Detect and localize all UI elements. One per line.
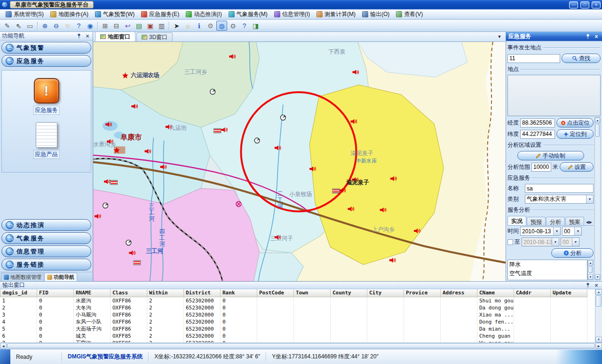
fixed-zoom-out-button[interactable]: ⊟ xyxy=(111,21,122,31)
identify-button[interactable]: ? xyxy=(73,21,84,31)
output-horizontal-scrollbar[interactable]: ◀ ▶ xyxy=(0,342,602,349)
visibility-eye-button[interactable]: ⊙ xyxy=(228,21,238,31)
map-layers-button[interactable]: ▤ xyxy=(134,21,144,31)
click-locate-button[interactable]: 点击定位 xyxy=(556,118,594,127)
tab-analysis[interactable]: 分析 xyxy=(546,217,565,225)
scroll-thumb[interactable] xyxy=(7,343,595,348)
nav-weather-service[interactable]: 气象服务 xyxy=(1,232,91,244)
menu-map-operations[interactable]: 地图操作(A) xyxy=(48,9,91,19)
previous-extent-button[interactable]: ↩ xyxy=(122,21,133,31)
flag-marker[interactable] xyxy=(333,189,340,193)
right-panel-scrollbar[interactable]: ▲ ▼ xyxy=(594,117,601,280)
tab-live[interactable]: 实况 xyxy=(507,216,526,225)
table-row[interactable]: 30小马厩沟OXFF8626523020000Xiao ma ... xyxy=(0,311,587,318)
service-name-input[interactable] xyxy=(525,184,594,193)
scroll-track[interactable] xyxy=(595,137,600,274)
to-checkbox[interactable] xyxy=(507,239,513,245)
weather-station-marker[interactable] xyxy=(280,115,285,120)
service-type-dropdown[interactable]: 气象和洪水灾害 ▼ xyxy=(525,195,594,204)
locate-to-button[interactable]: 定位到 xyxy=(556,129,594,139)
fixed-zoom-in-button[interactable]: ⊞ xyxy=(100,21,111,31)
zoom-out-button[interactable]: ⊖ xyxy=(51,21,62,31)
nav-weather-warning[interactable]: 气象预警 xyxy=(1,42,91,54)
map-svg[interactable]: 六运湖农场三工河乡下西泉九运街阜康市水磨沟乡滋泥泉子中新水库滋泥泉子小泉牧场上户… xyxy=(93,42,506,281)
launcher-emergency-products[interactable]: 应急产品 xyxy=(33,122,60,159)
scroll-up-icon[interactable]: ▲ xyxy=(595,118,600,123)
time-date-dropdown[interactable]: 2010-08-13 ▼ xyxy=(520,227,561,236)
scroll-track[interactable] xyxy=(595,307,602,337)
close-button[interactable]: × xyxy=(592,1,601,8)
column-header[interactable]: Address xyxy=(441,289,477,297)
scroll-left-icon[interactable]: ◀ xyxy=(0,343,7,349)
column-header[interactable]: Class xyxy=(111,289,147,297)
scroll-thumb[interactable] xyxy=(588,266,593,273)
scroll-thumb[interactable] xyxy=(596,295,602,307)
weather-station-marker[interactable] xyxy=(210,89,215,94)
dropdown-arrow-icon[interactable]: ▼ xyxy=(572,238,579,246)
left-panel-close-icon[interactable]: × xyxy=(84,33,91,40)
column-header[interactable]: Provice xyxy=(404,289,441,297)
scroll-right-icon[interactable]: ▶ xyxy=(595,343,602,349)
location-search-input[interactable] xyxy=(507,54,560,63)
service-list[interactable]: 降水空气温度 xyxy=(507,260,587,280)
dropdown-arrow-icon[interactable]: ▼ xyxy=(552,238,559,246)
select-cursor-button[interactable]: ⇖ xyxy=(13,21,24,31)
latitude-input[interactable] xyxy=(520,130,555,139)
output-vertical-scrollbar[interactable]: ▲ ▼ xyxy=(595,289,602,342)
longitude-input[interactable] xyxy=(520,119,555,127)
right-panel-close-icon[interactable]: × xyxy=(593,33,600,40)
scroll-down-icon[interactable]: ▼ xyxy=(595,337,602,342)
menu-weather-warning[interactable]: 气象预警(W) xyxy=(92,9,137,19)
menu-emergency-service[interactable]: 应急服务(E) xyxy=(138,9,182,19)
tab-3d-window[interactable]: 3D窗口 xyxy=(136,32,173,41)
column-header[interactable]: CName xyxy=(477,289,514,297)
column-header[interactable]: Within xyxy=(147,289,184,297)
tab-scroll-arrows[interactable]: ◀▶ xyxy=(586,220,594,225)
manual-draw-button[interactable]: 手动绘制 xyxy=(517,151,584,160)
weather-station-marker[interactable] xyxy=(126,240,131,245)
dropdown-arrow-icon[interactable]: ▼ xyxy=(553,227,560,235)
window-list-dropdown-icon[interactable]: ▼ xyxy=(495,33,504,40)
pan-hand-button[interactable]: ☜ xyxy=(62,21,73,31)
table-row[interactable]: 60城关OXFF8526523020000Cheng guan xyxy=(0,332,587,340)
flag-marker[interactable] xyxy=(214,128,221,133)
search-button[interactable]: 查找 xyxy=(562,54,601,63)
table-row[interactable]: 40东风一小队OXFF8626523020000Dong fen... xyxy=(0,318,587,325)
dropdown-arrow-icon[interactable]: ▼ xyxy=(574,227,581,235)
launcher-emergency-service[interactable]: !应急服务 xyxy=(33,78,60,115)
globe-tool-button[interactable]: ◍ xyxy=(216,21,227,31)
column-header[interactable]: PostCode xyxy=(257,289,294,297)
to-date-dropdown[interactable]: 2010-08-13 ▼ xyxy=(522,237,559,246)
column-header[interactable]: Rank xyxy=(221,289,257,297)
tab-map-window[interactable]: 地图窗口 xyxy=(95,32,135,41)
right-panel-pin-icon[interactable] xyxy=(585,33,591,40)
tab-plan[interactable]: 预案 xyxy=(565,217,584,225)
column-header[interactable]: Town xyxy=(294,289,331,297)
nav-information-management[interactable]: 信息管理 xyxy=(1,245,91,257)
image-export-button[interactable]: ▣ xyxy=(145,21,156,31)
print-button[interactable]: ▥ xyxy=(156,21,167,31)
tab-map-data-management[interactable]: 地图数据管理 xyxy=(1,273,44,281)
zoom-in-button[interactable]: ⊕ xyxy=(40,21,50,31)
table-row[interactable]: 20大冬沟OXFF8626523020000Da dong gou xyxy=(0,304,587,311)
table-row[interactable]: 10水磨沟OXFF8626523020000Shui mo gou xyxy=(0,297,587,304)
analyze-button[interactable]: 分析 xyxy=(551,248,594,258)
tab-forecast[interactable]: 预报 xyxy=(527,217,546,225)
table-row[interactable]: 50大面场子沟OXFF8626523020000Da mian... xyxy=(0,325,587,332)
service-list-item[interactable]: 降水 xyxy=(508,260,587,269)
weather-station-marker[interactable] xyxy=(103,203,108,208)
flag-marker[interactable] xyxy=(111,180,118,184)
scroll-up-icon[interactable]: ▲ xyxy=(588,260,593,266)
help-button[interactable]: ? xyxy=(239,21,250,31)
export-frame-button[interactable]: ◨ xyxy=(250,21,261,31)
nav-service-links[interactable]: 服务链接 xyxy=(1,259,91,270)
pointer-arrow-button[interactable]: ➤ xyxy=(171,21,182,31)
settings-gear-button[interactable]: ⚙ xyxy=(205,21,216,31)
left-panel-pin-icon[interactable] xyxy=(76,33,82,40)
to-hour-dropdown[interactable]: 00 ▼ xyxy=(561,237,579,246)
flag-marker[interactable] xyxy=(134,261,141,265)
nav-dynamic-deduction[interactable]: 动态推演 xyxy=(1,219,91,231)
output-pin-icon[interactable] xyxy=(585,282,591,289)
tab-function-navigation[interactable]: 功能导航 xyxy=(44,273,77,281)
dropdown-arrow-icon[interactable]: ▼ xyxy=(586,195,593,203)
